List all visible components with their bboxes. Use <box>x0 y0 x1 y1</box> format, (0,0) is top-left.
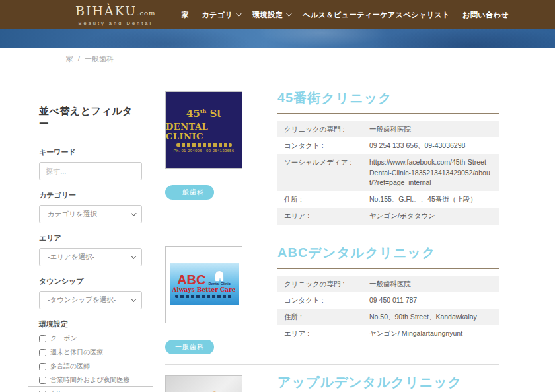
clinic-info-table: クリニックの専門 :一般歯科医院 コンタクト :09 450 011 787 住… <box>278 276 500 342</box>
area-label: エリア <box>39 233 142 243</box>
preference-label: 週末と休日の医療 <box>50 348 103 357</box>
preference-female-doctor[interactable]: 女医 <box>39 389 142 392</box>
row-value: ヤンゴン/ボタタウン <box>367 208 500 224</box>
category-badge[interactable]: 一般歯科 <box>165 340 214 354</box>
logo-title: BIHÀKU.com <box>73 3 159 19</box>
township-select[interactable]: -タウンシップを選択- <box>39 291 142 309</box>
preference-checkbox[interactable] <box>39 349 46 356</box>
row-value: ヤンゴン/ Mingalartaungnyunt <box>367 325 500 342</box>
preference-afterhours[interactable]: 営業時間外および夜間医療 <box>39 375 142 385</box>
preference-label: 営業時間外および夜間医療 <box>50 375 130 385</box>
row-value: 09 450 011 787 <box>367 292 500 309</box>
chevron-down-icon <box>131 296 136 301</box>
sidebar-title: 並べ替えとフィルター <box>39 105 142 130</box>
nav-category[interactable]: カテゴリ <box>202 10 240 20</box>
row-label: 住所 : <box>278 309 367 325</box>
township-label: タウンシップ <box>39 276 142 286</box>
row-label: エリア : <box>278 325 367 342</box>
row-value: No.50、90th Street、Kandawkalay <box>367 309 500 325</box>
table-row: エリア :ヤンゴン/ Mingalartaungnyunt <box>278 325 500 342</box>
listing-media: ABC Dental Clinic Always Better Care 一般歯… <box>165 246 242 354</box>
breadcrumb-separator: / <box>78 54 80 64</box>
preference-checkbox[interactable] <box>39 377 46 384</box>
logo-line1: 45th St <box>186 108 221 120</box>
table-row: ソーシャルメディア :https://www.facebook.com/45th… <box>278 154 500 191</box>
clinic-thumbnail[interactable]: 45th St DENTAL CLINIC Ph. 01-294096 - 09… <box>165 91 242 169</box>
clinic-logo-apple <box>166 376 242 392</box>
keyword-search-input[interactable] <box>39 162 142 180</box>
abc-wordmark: ABC <box>177 274 205 286</box>
preferences-list: クーポン 週末と休日の医療 多言語の医師 営業時間外および夜間医療 女医 <box>39 334 142 392</box>
chevron-down-icon <box>237 11 242 16</box>
breadcrumb-divider <box>66 71 502 71</box>
category-select-value: カテゴリを選択 <box>48 210 97 219</box>
breadcrumb-current: 一般歯科 <box>85 54 114 64</box>
listing-45th-street: 45th St DENTAL CLINIC Ph. 01-294096 - 09… <box>165 91 500 225</box>
row-label: ソーシャルメディア : <box>278 154 367 191</box>
clinic-logo-abc: ABC Dental Clinic Always Better Care <box>166 247 242 323</box>
burmese-text-line <box>175 295 233 298</box>
clinic-title[interactable]: ABCデンタルクリニック <box>278 244 500 262</box>
preference-label: クーポン <box>50 334 77 343</box>
abc-banner: ABC Dental Clinic Always Better Care <box>170 263 239 305</box>
row-value: 一般歯科医院 <box>367 276 500 292</box>
main-nav: 家 カテゴリ 環境設定 ヘルス＆ビューティーケアスペシャリスト お問い合わせ <box>182 0 509 29</box>
area-select-value: -エリアを選択- <box>48 253 94 262</box>
table-row: 住所 :No.50、90th Street、Kandawkalay <box>278 309 500 325</box>
clinic-title[interactable]: 45番街クリニック <box>278 89 500 107</box>
row-label: クリニックの専門 : <box>278 121 367 137</box>
clinic-listings: 45th St DENTAL CLINIC Ph. 01-294096 - 09… <box>165 91 500 392</box>
table-row: 住所 :No.155、G.Fl.、、45番街（上段） <box>278 191 500 208</box>
clinic-logo-45th: 45th St DENTAL CLINIC Ph. 01-294096 - 09… <box>166 92 242 168</box>
clinic-thumbnail[interactable] <box>165 375 242 392</box>
abc-row: ABC Dental Clinic <box>177 271 231 286</box>
breadcrumb-home-link[interactable]: 家 <box>66 54 73 64</box>
preference-multilingual[interactable]: 多言語の医師 <box>39 362 142 371</box>
chevron-down-icon <box>131 210 136 216</box>
preference-checkbox[interactable] <box>39 335 46 342</box>
nav-contact[interactable]: お問い合わせ <box>462 10 509 20</box>
preference-coupon[interactable]: クーポン <box>39 334 142 343</box>
table-row: コンタクト :09 450 011 787 <box>278 292 500 309</box>
nav-home[interactable]: 家 <box>182 10 190 20</box>
nav-specialist[interactable]: ヘルス＆ビューティーケアスペシャリスト <box>303 10 450 20</box>
listing-apple-dental: アップルデンタルクリニック クリニックの専門 :一般歯科医 コンタクト :09 … <box>165 375 500 392</box>
row-value: https://www.facebook.com/45th-Street-Den… <box>367 154 500 191</box>
clinic-info-table: クリニックの専門 :一般歯科医院 コンタクト :09 254 133 656、0… <box>278 121 500 225</box>
site-logo[interactable]: BIHÀKU.com Beauty and Dental <box>73 3 159 26</box>
abc-tagline: Always Better Care <box>172 286 235 293</box>
row-label: コンタクト : <box>278 137 367 154</box>
abc-dental-clinic-label: Dental Clinic <box>209 282 231 286</box>
listing-media: 45th St DENTAL CLINIC Ph. 01-294096 - 09… <box>165 91 242 225</box>
preference-label: 女医 <box>50 389 63 392</box>
title-underline <box>278 113 500 114</box>
table-row: クリニックの専門 :一般歯科医院 <box>278 276 500 292</box>
listing-divider <box>165 364 500 365</box>
listing-details: ABCデンタルクリニック クリニックの専門 :一般歯科医院 コンタクト :09 … <box>278 246 500 354</box>
category-select[interactable]: カテゴリを選択 <box>39 205 142 223</box>
burmese-text-line <box>176 143 232 147</box>
tooth-icon <box>215 271 223 281</box>
nav-preferences[interactable]: 環境設定 <box>252 10 290 20</box>
listing-divider <box>165 235 500 235</box>
row-value: 09 254 133 656、09-43036298 <box>367 137 500 154</box>
table-row: エリア :ヤンゴン/ボタタウン <box>278 208 500 224</box>
preference-checkbox[interactable] <box>39 363 46 370</box>
area-select[interactable]: -エリアを選択- <box>39 248 142 266</box>
keyword-label: キーワード <box>39 147 142 157</box>
clinic-thumbnail[interactable]: ABC Dental Clinic Always Better Care <box>165 246 242 323</box>
site-header: BIHÀKU.com Beauty and Dental 家 カテゴリ 環境設定… <box>0 0 555 29</box>
row-label: 住所 : <box>278 191 367 208</box>
preference-weekend[interactable]: 週末と休日の医療 <box>39 348 142 357</box>
chevron-down-icon <box>131 253 136 258</box>
table-row: コンタクト :09 254 133 656、09-43036298 <box>278 137 500 154</box>
listing-details: アップルデンタルクリニック クリニックの専門 :一般歯科医 コンタクト :09 … <box>278 375 500 392</box>
row-label: コンタクト : <box>278 292 367 309</box>
category-badge[interactable]: 一般歯科 <box>165 185 214 200</box>
page: BIHÀKU.com Beauty and Dental 家 カテゴリ 環境設定… <box>0 0 555 392</box>
logo-line2: DENTAL CLINIC <box>166 122 242 141</box>
category-label: カテゴリー <box>39 190 142 200</box>
clinic-title[interactable]: アップルデンタルクリニック <box>278 373 500 391</box>
hero-banner <box>0 29 555 48</box>
row-value: No.155、G.Fl.、、45番街（上段） <box>367 191 500 208</box>
